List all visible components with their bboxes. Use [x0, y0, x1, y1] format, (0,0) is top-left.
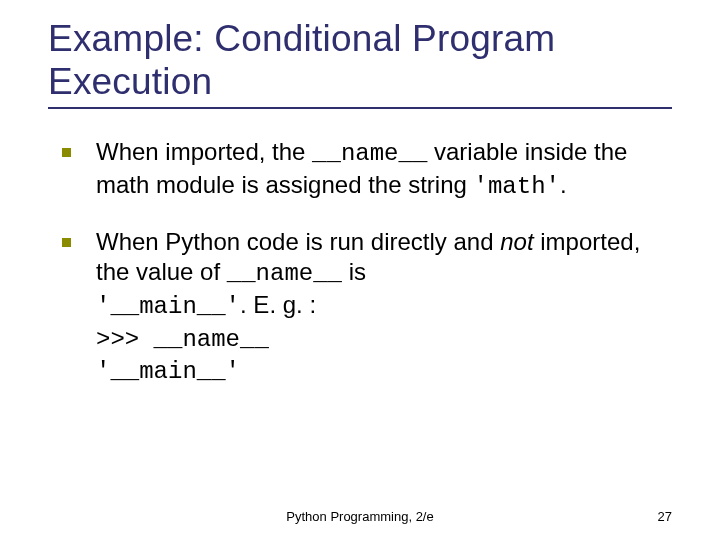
- bullet-list: When imported, the __name__ variable ins…: [48, 137, 672, 388]
- code-segment: __name__: [227, 260, 342, 287]
- text-segment: . E. g. :: [240, 291, 316, 318]
- italic-segment: not: [500, 228, 533, 255]
- page-number: 27: [658, 509, 672, 524]
- text-segment: .: [560, 171, 567, 198]
- code-line: '__main__': [96, 358, 240, 385]
- text-segment: When imported, the: [96, 138, 312, 165]
- bullet-text: When imported, the __name__ variable ins…: [96, 138, 627, 198]
- text-segment: When Python code is run directly and: [96, 228, 500, 255]
- footer-text: Python Programming, 2/e: [286, 509, 433, 524]
- quoted-segment: 'math': [474, 173, 560, 200]
- quoted-segment: '__main__': [96, 293, 240, 320]
- square-bullet-icon: [62, 238, 71, 247]
- slide: Example: Conditional Program Execution W…: [0, 0, 720, 540]
- slide-title: Example: Conditional Program Execution: [48, 18, 672, 109]
- bullet-item: When imported, the __name__ variable ins…: [62, 137, 672, 202]
- bullet-item: When Python code is run directly and not…: [62, 227, 672, 389]
- slide-footer: Python Programming, 2/e 27: [0, 509, 720, 524]
- code-segment: __name__: [312, 140, 427, 167]
- text-segment: is: [342, 258, 366, 285]
- square-bullet-icon: [62, 148, 71, 157]
- code-line: >>> __name__: [96, 326, 269, 353]
- bullet-text: When Python code is run directly and not…: [96, 228, 640, 384]
